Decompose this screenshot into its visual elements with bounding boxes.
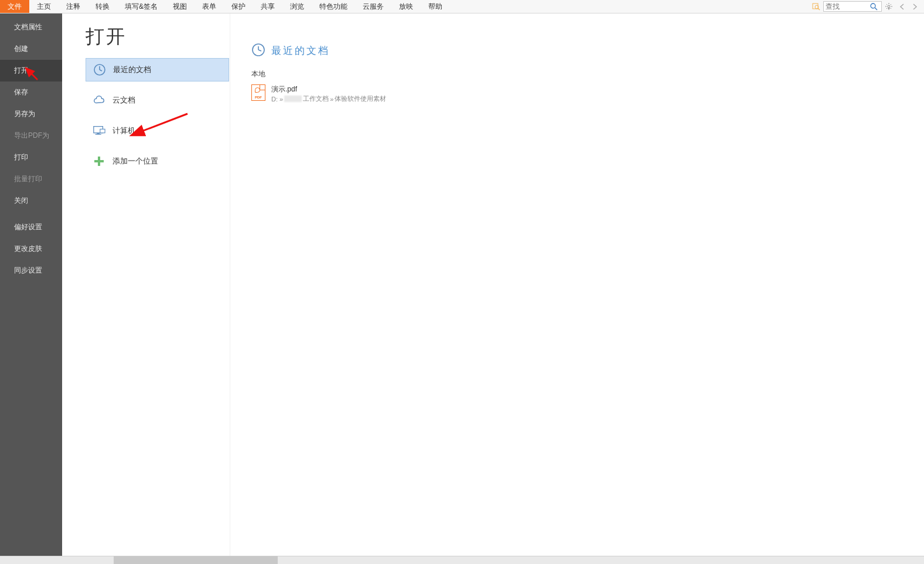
sidebar-item-preferences[interactable]: 偏好设置	[0, 216, 62, 238]
svg-rect-22	[94, 160, 104, 162]
svg-line-11	[891, 8, 891, 9]
svg-rect-19	[96, 134, 101, 135]
cloud-icon	[93, 94, 105, 107]
plus-icon	[93, 155, 105, 168]
location-add[interactable]: 添加一个位置	[86, 150, 229, 173]
computer-icon	[93, 124, 105, 137]
svg-rect-18	[97, 133, 100, 134]
ribbon-tab-form[interactable]: 表单	[195, 0, 224, 13]
doc-meta: 演示.pdf D: » 工作文档 » 体验软件使用素材	[271, 84, 386, 103]
sidebar-item-skin[interactable]: 更改皮肤	[0, 238, 62, 260]
sidebar-item-props[interactable]: 文档属性	[0, 16, 62, 38]
location-cloud[interactable]: 云文档	[86, 89, 229, 112]
search-box[interactable]	[823, 1, 882, 12]
location-computer[interactable]: 计算机	[86, 119, 229, 142]
nav-prev-icon[interactable]	[896, 1, 908, 12]
svg-line-16	[100, 70, 102, 71]
sidebar-item-print[interactable]: 打印	[0, 147, 62, 168]
recent-doc-item[interactable]: PDF 演示.pdf D: » 工作文档 » 体验软件使用素材	[251, 83, 924, 105]
ribbon-tab-convert[interactable]: 转换	[88, 0, 117, 13]
ribbon-tab-annotate[interactable]: 注释	[59, 0, 88, 13]
status-bar	[0, 556, 924, 564]
sidebar-item-batchprint: 批量打印	[0, 168, 62, 190]
sidebar-item-export: 导出PDF为	[0, 125, 62, 147]
ribbon-tabs: 文件 主页 注释 转换 填写&签名 视图 表单 保护 共享 浏览 特色功能 云服…	[0, 0, 924, 13]
sidebar-item-sync[interactable]: 同步设置	[0, 260, 62, 281]
ribbon-tab-browse[interactable]: 浏览	[282, 0, 312, 13]
ribbon-tab-cloud[interactable]: 云服务	[355, 0, 391, 13]
file-sidebar: 文档属性 创建 打开 保存 另存为 导出PDF为 打印 批量打印 关闭 偏好设置…	[0, 13, 62, 556]
highlight-search-icon[interactable]	[810, 1, 822, 12]
nav-next-icon[interactable]	[909, 1, 920, 12]
open-locations-panel: 打开 最近的文档 云文档 计算机 添加一个位置	[62, 13, 230, 556]
sidebar-item-create[interactable]: 创建	[0, 38, 62, 60]
location-label: 云文档	[112, 95, 135, 106]
redacted-segment	[284, 96, 302, 102]
pdf-file-icon: PDF	[251, 84, 265, 101]
content-heading: 最近的文档	[251, 43, 924, 59]
ribbon-tab-fill-sign[interactable]: 填写&签名	[117, 0, 165, 13]
svg-point-5	[888, 5, 890, 8]
doc-name: 演示.pdf	[271, 84, 386, 94]
gear-icon[interactable]	[883, 1, 895, 12]
svg-point-3	[871, 4, 875, 8]
svg-rect-20	[100, 129, 105, 132]
sidebar-item-close[interactable]: 关闭	[0, 190, 62, 212]
scroll-thumb[interactable]	[114, 556, 278, 564]
svg-line-10	[887, 4, 887, 5]
location-label: 添加一个位置	[112, 156, 158, 167]
sidebar-item-save[interactable]: 保存	[0, 81, 62, 103]
ribbon-tab-file[interactable]: 文件	[0, 0, 29, 13]
ribbon-tab-view[interactable]: 视图	[165, 0, 195, 13]
search-input[interactable]	[824, 2, 868, 11]
location-label: 计算机	[112, 125, 135, 136]
section-local: 本地	[251, 69, 924, 79]
ribbon-tab-help[interactable]: 帮助	[421, 0, 450, 13]
clock-icon	[251, 43, 265, 59]
svg-line-12	[887, 8, 887, 9]
main-area: 文档属性 创建 打开 保存 另存为 导出PDF为 打印 批量打印 关闭 偏好设置…	[0, 13, 924, 556]
sidebar-item-saveas[interactable]: 另存为	[0, 103, 62, 125]
ribbon-tab-slideshow[interactable]: 放映	[391, 0, 421, 13]
svg-line-4	[875, 8, 877, 10]
doc-path: D: » 工作文档 » 体验软件使用素材	[271, 94, 386, 103]
svg-line-13	[891, 4, 891, 5]
ribbon-tab-features[interactable]: 特色功能	[312, 0, 355, 13]
sidebar-item-open[interactable]: 打开	[0, 60, 62, 81]
location-label: 最近的文档	[113, 64, 151, 75]
recent-documents-panel: 最近的文档 本地 PDF 演示.pdf D: » 工作文档 » 体验软件使用素材	[230, 13, 924, 556]
svg-line-25	[258, 50, 261, 51]
location-recent[interactable]: 最近的文档	[86, 58, 229, 81]
ribbon-right-tools	[810, 0, 924, 13]
ribbon-tab-home[interactable]: 主页	[29, 0, 59, 13]
search-icon[interactable]	[868, 3, 879, 11]
content-heading-text: 最近的文档	[271, 44, 330, 57]
ribbon-tab-protect[interactable]: 保护	[224, 0, 253, 13]
ribbon-tab-share[interactable]: 共享	[253, 0, 282, 13]
page-title: 打开	[86, 24, 230, 50]
clock-icon	[93, 63, 106, 76]
